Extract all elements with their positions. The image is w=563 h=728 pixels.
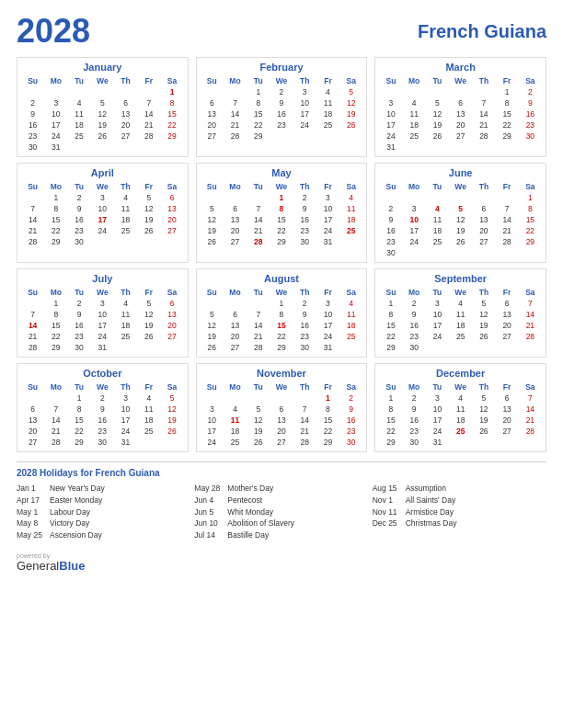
- cal-cell: 3: [379, 97, 402, 108]
- cal-cell: 29: [44, 342, 67, 353]
- cal-cell: 11: [114, 309, 137, 320]
- cal-cell: 3: [44, 97, 67, 108]
- holiday-date: Jun 5: [194, 506, 224, 518]
- cal-cell: [137, 342, 160, 353]
- cal-cell: 18: [449, 415, 472, 426]
- day-header-tu: Tu: [67, 287, 90, 298]
- cal-cell: [137, 142, 160, 153]
- cal-cell: 29: [270, 236, 293, 247]
- day-header-tu: Tu: [67, 381, 90, 392]
- holiday-date: May 28: [194, 483, 224, 495]
- cal-cell: 30: [339, 437, 362, 448]
- cal-cell: 3: [91, 298, 114, 309]
- day-header-we: We: [91, 75, 114, 86]
- cal-cell: 3: [403, 203, 426, 214]
- cal-cell: 9: [21, 108, 44, 119]
- holiday-name: Mother's Day: [227, 483, 273, 495]
- cal-cell: 7: [137, 97, 160, 108]
- cal-cell: 16: [403, 320, 426, 331]
- cal-cell: 2: [379, 203, 402, 214]
- holidays-grid: Jan 1New Year's DayApr 17Easter MondayMa…: [17, 483, 546, 541]
- cal-cell: [224, 298, 247, 309]
- day-header-we: We: [91, 381, 114, 392]
- day-header-we: We: [449, 381, 472, 392]
- cal-cell: 17: [91, 214, 114, 225]
- cal-cell: 14: [519, 404, 542, 415]
- cal-cell: 1: [496, 86, 519, 97]
- holiday-column-2: Aug 15AssumptionNov 1All Saints' DayNov …: [373, 483, 546, 541]
- cal-cell: 27: [449, 131, 472, 142]
- cal-cell: 9: [519, 97, 542, 108]
- cal-cell: 4: [403, 97, 426, 108]
- cal-cell: 28: [21, 342, 44, 353]
- cal-cell: 4: [449, 392, 472, 404]
- cal-cell: 3: [91, 192, 114, 203]
- cal-cell: 21: [247, 225, 270, 236]
- month-block-september: SeptemberSuMoTuWeThFrSa12345678910111213…: [374, 268, 546, 358]
- cal-cell: 23: [91, 426, 114, 437]
- cal-cell: 26: [201, 342, 224, 353]
- cal-cell: 18: [316, 108, 339, 119]
- day-header-su: Su: [379, 181, 402, 192]
- cal-cell: 29: [379, 342, 402, 353]
- cal-cell: [21, 192, 44, 203]
- holiday-item: Aug 15Assumption: [373, 483, 546, 495]
- cal-cell: 10: [293, 97, 316, 108]
- day-header-th: Th: [114, 75, 137, 86]
- day-header-su: Su: [21, 75, 44, 86]
- cal-cell: [201, 86, 224, 97]
- holiday-name: Pentecost: [227, 495, 262, 506]
- cal-cell: 23: [67, 331, 90, 342]
- cal-cell: [472, 247, 495, 258]
- brand-name: GeneralBlue: [17, 559, 85, 573]
- cal-cell: 30: [293, 236, 316, 247]
- cal-cell: 26: [472, 426, 495, 437]
- cal-cell: 12: [137, 203, 160, 214]
- cal-cell: 28: [247, 236, 270, 247]
- cal-cell: 19: [160, 415, 183, 426]
- cal-cell: [449, 142, 472, 153]
- day-header-sa: Sa: [519, 287, 542, 298]
- cal-cell: [496, 342, 519, 353]
- cal-cell: 8: [496, 97, 519, 108]
- cal-cell: 24: [114, 426, 137, 437]
- cal-cell: 4: [339, 192, 362, 203]
- cal-cell: 25: [339, 331, 362, 342]
- cal-cell: [91, 236, 114, 247]
- day-header-fr: Fr: [316, 381, 339, 392]
- cal-cell: 24: [293, 119, 316, 131]
- holiday-date: Nov 1: [373, 495, 402, 506]
- cal-cell: [247, 298, 270, 309]
- month-name: January: [21, 62, 184, 73]
- cal-cell: 7: [247, 203, 270, 214]
- day-header-sa: Sa: [519, 181, 542, 192]
- holiday-item: Dec 25Christmas Day: [373, 518, 546, 529]
- month-name: November: [201, 368, 363, 379]
- cal-cell: 30: [379, 247, 402, 258]
- cal-cell: [21, 298, 44, 309]
- cal-cell: 18: [449, 320, 472, 331]
- cal-cell: 30: [403, 437, 426, 448]
- cal-cell: 20: [224, 225, 247, 236]
- day-header-we: We: [449, 181, 472, 192]
- cal-cell: 18: [339, 214, 362, 225]
- cal-cell: 28: [293, 437, 316, 448]
- cal-table: SuMoTuWeThFrSa12345678910111213141516171…: [21, 181, 184, 247]
- cal-cell: 7: [519, 298, 542, 309]
- cal-cell: 6: [496, 392, 519, 404]
- cal-cell: 30: [293, 342, 316, 353]
- cal-cell: 15: [67, 415, 90, 426]
- cal-cell: 8: [160, 97, 183, 108]
- cal-cell: 1: [247, 86, 270, 97]
- cal-cell: 9: [293, 203, 316, 214]
- cal-cell: 2: [339, 392, 362, 404]
- cal-cell: 21: [247, 331, 270, 342]
- cal-cell: 17: [403, 225, 426, 236]
- day-header-su: Su: [201, 181, 224, 192]
- cal-cell: 6: [270, 404, 293, 415]
- cal-cell: 8: [67, 404, 90, 415]
- cal-cell: [224, 86, 247, 97]
- cal-cell: 14: [247, 320, 270, 331]
- cal-cell: 16: [403, 415, 426, 426]
- cal-table: SuMoTuWeThFrSa12345678910111213141516171…: [201, 75, 363, 142]
